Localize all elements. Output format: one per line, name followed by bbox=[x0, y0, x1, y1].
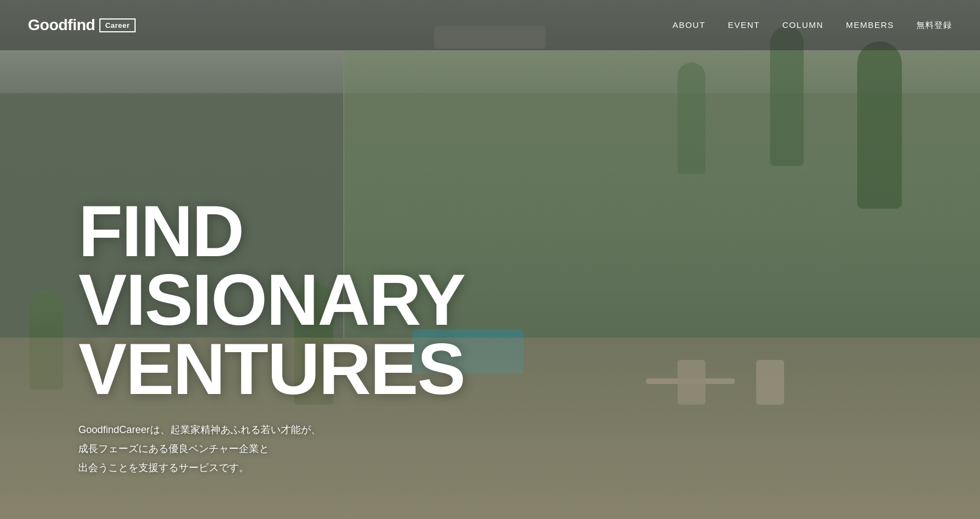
headline-line-2: VISIONARY bbox=[78, 266, 464, 335]
register-button[interactable]: 無料登録 bbox=[916, 20, 952, 31]
hero-content: FIND VISIONARY VENTURES GoodfindCareerは、… bbox=[78, 197, 464, 478]
nav-link-about[interactable]: ABOUT bbox=[672, 20, 705, 30]
nav-item-register[interactable]: 無料登録 bbox=[916, 20, 952, 31]
hero-headline: FIND VISIONARY VENTURES bbox=[78, 197, 464, 404]
nav-link-members[interactable]: MEMBERS bbox=[846, 20, 894, 30]
hero-section: Goodfind Career ABOUT EVENT COLUMN MEMBE… bbox=[0, 0, 980, 519]
nav-item-event[interactable]: EVENT bbox=[728, 20, 760, 30]
navbar: Goodfind Career ABOUT EVENT COLUMN MEMBE… bbox=[0, 0, 980, 50]
nav-item-members[interactable]: MEMBERS bbox=[846, 20, 894, 30]
logo-goodfind: Goodfind bbox=[28, 16, 95, 34]
nav-links: ABOUT EVENT COLUMN MEMBERS 無料登録 bbox=[672, 20, 952, 31]
headline-line-3: VENTURES bbox=[78, 335, 464, 404]
headline-line-1: FIND bbox=[78, 197, 464, 266]
subtext-line-1: GoodfindCareerは、起業家精神あふれる若い才能が、 bbox=[78, 420, 464, 439]
nav-item-column[interactable]: COLUMN bbox=[782, 20, 824, 30]
hero-subtext: GoodfindCareerは、起業家精神あふれる若い才能が、 成長フェーズにあ… bbox=[78, 420, 464, 478]
logo-career-badge: Career bbox=[99, 18, 135, 32]
nav-link-event[interactable]: EVENT bbox=[728, 20, 760, 30]
subtext-line-3: 出会うことを支援するサービスです。 bbox=[78, 458, 464, 477]
nav-item-about[interactable]: ABOUT bbox=[672, 20, 705, 30]
nav-link-column[interactable]: COLUMN bbox=[782, 20, 824, 30]
logo-brand-text: Goodfind bbox=[28, 16, 95, 33]
subtext-line-2: 成長フェーズにある優良ベンチャー企業と bbox=[78, 439, 464, 458]
logo-area[interactable]: Goodfind Career bbox=[28, 16, 136, 34]
